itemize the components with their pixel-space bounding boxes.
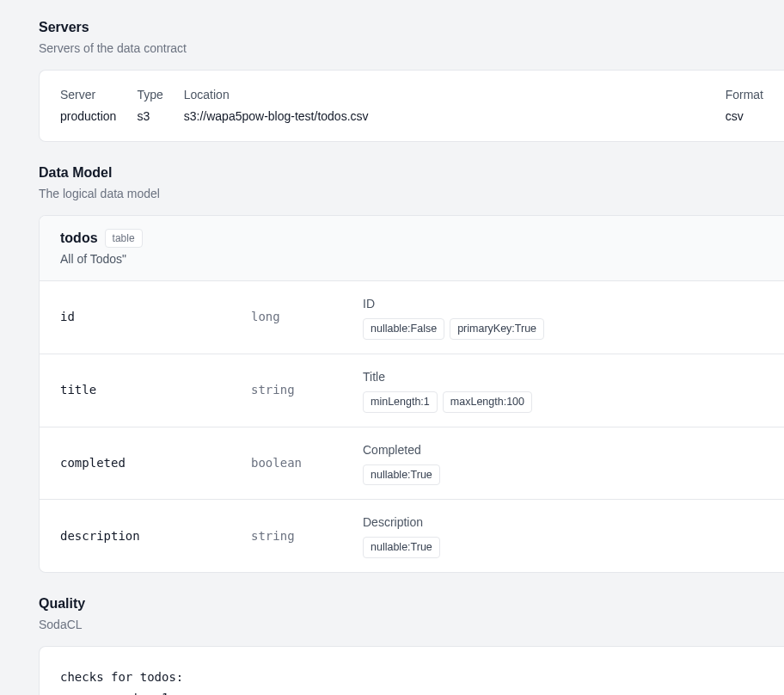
server-value: production [60, 108, 116, 126]
model-description: All of Todos" [60, 250, 763, 268]
field-name: completed [60, 454, 251, 472]
field-row: descriptionstringDescriptionnullable:Tru… [40, 500, 784, 572]
field-label: Description [363, 514, 763, 532]
type-value: s3 [137, 108, 162, 126]
field-tags: nullable:True [363, 464, 763, 486]
field-type: string [251, 527, 363, 545]
datamodel-subtitle: The logical data model [39, 185, 784, 203]
field-tag: nullable:True [363, 537, 440, 558]
location-header: Location [184, 86, 705, 104]
field-name: title [60, 381, 251, 399]
servers-card: Server production Type s3 Location s3://… [39, 70, 784, 142]
format-header: Format [726, 86, 763, 104]
model-card: todos table All of Todos" idlongIDnullab… [39, 215, 784, 573]
field-detail: Descriptionnullable:True [363, 514, 763, 558]
field-label: ID [363, 295, 763, 313]
field-name: id [60, 308, 251, 326]
field-detail: IDnullable:FalseprimaryKey:True [363, 295, 763, 340]
field-type: long [251, 308, 363, 326]
field-type: boolean [251, 454, 363, 472]
format-value: csv [726, 108, 763, 126]
field-tag: minLength:1 [363, 391, 438, 413]
servers-title: Servers [39, 17, 784, 38]
field-row: idlongIDnullable:FalseprimaryKey:True [40, 281, 784, 354]
field-name: description [60, 527, 251, 545]
field-row: titlestringTitleminLength:1maxLength:100 [40, 354, 784, 427]
datamodel-title: Data Model [39, 163, 784, 183]
quality-card: checks for todos: - row_count > 1 - dupl… [39, 646, 784, 695]
field-row: completedbooleanCompletednullable:True [40, 427, 784, 501]
field-tag: nullable:True [363, 464, 440, 486]
quality-subtitle: SodaCL [39, 616, 784, 634]
type-header: Type [137, 86, 162, 104]
field-tag: nullable:False [363, 318, 444, 340]
field-tags: minLength:1maxLength:100 [363, 391, 763, 413]
field-tag: primaryKey:True [450, 318, 544, 340]
field-detail: Completednullable:True [363, 441, 763, 486]
quality-title: Quality [39, 594, 784, 614]
field-tag: maxLength:100 [443, 391, 532, 413]
field-tags: nullable:FalseprimaryKey:True [363, 318, 763, 340]
field-detail: TitleminLength:1maxLength:100 [363, 368, 763, 413]
quality-code: checks for todos: - row_count > 1 - dupl… [60, 667, 763, 695]
field-tags: nullable:True [363, 537, 763, 558]
servers-subtitle: Servers of the data contract [39, 40, 784, 58]
model-name: todos [60, 228, 98, 249]
location-value: s3://wapa5pow-blog-test/todos.csv [184, 108, 705, 126]
field-label: Completed [363, 441, 763, 459]
model-type-badge: table [105, 229, 143, 248]
server-header: Server [60, 86, 116, 104]
field-label: Title [363, 368, 763, 386]
field-type: string [251, 381, 363, 399]
model-header: todos table All of Todos" [40, 216, 784, 281]
